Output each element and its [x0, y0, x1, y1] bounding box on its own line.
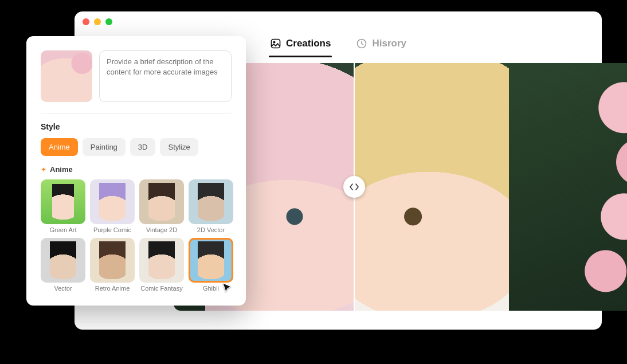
- style-thumb: [41, 238, 85, 283]
- history-icon: [356, 38, 367, 49]
- style-vector[interactable]: Vector: [41, 238, 85, 292]
- creations-icon: [270, 38, 281, 49]
- prompt-input[interactable]: [99, 50, 232, 102]
- minimize-window-button[interactable]: [94, 18, 101, 25]
- config-panel: Style Anime Painting 3D Stylize ✦ Anime …: [26, 36, 246, 306]
- style-grid: Green Art Purple Comic Vintage 2D 2D Vec…: [41, 179, 232, 292]
- style-category-tabs: Anime Painting 3D Stylize: [41, 138, 232, 156]
- style-purple-comic[interactable]: Purple Comic: [90, 179, 135, 233]
- sparkle-icon: ✦: [41, 166, 46, 174]
- style-label: Vintage 2D: [146, 226, 177, 233]
- style-subhead-label: Anime: [50, 165, 73, 174]
- flower-hairclip-icon: [400, 86, 421, 107]
- style-comic-fantasy[interactable]: Comic Fantasy: [139, 238, 184, 292]
- style-retro-anime[interactable]: Retro Anime: [90, 238, 135, 292]
- style-thumb: [139, 238, 184, 283]
- style-label: Vector: [54, 285, 72, 292]
- style-label: Green Art: [49, 226, 76, 233]
- style-label: Comic Fantasy: [140, 285, 182, 292]
- style-subhead: ✦ Anime: [41, 165, 232, 174]
- tab-creations-label: Creations: [286, 38, 331, 49]
- style-thumb: [189, 179, 233, 224]
- after-image: [354, 63, 627, 311]
- style-thumb: [189, 238, 233, 283]
- style-thumb: [90, 238, 135, 283]
- source-image-thumbnail[interactable]: [41, 50, 92, 102]
- style-label: Ghibli: [203, 285, 219, 292]
- tab-creations[interactable]: Creations: [269, 33, 332, 57]
- svg-rect-0: [272, 40, 280, 48]
- style-label: 2D Vector: [197, 226, 225, 233]
- chevron-left-icon: [349, 183, 354, 190]
- tab-history-label: Hisrory: [372, 38, 406, 49]
- style-vintage-2d[interactable]: Vintage 2D: [139, 179, 184, 233]
- chip-anime[interactable]: Anime: [41, 138, 78, 156]
- comparison-slider-handle[interactable]: [343, 176, 365, 198]
- style-2d-vector[interactable]: 2D Vector: [189, 179, 233, 233]
- chip-stylize[interactable]: Stylize: [160, 138, 198, 156]
- style-thumb: [139, 179, 184, 224]
- window-controls: [75, 11, 602, 30]
- section-divider: [41, 113, 232, 114]
- chip-painting[interactable]: Painting: [83, 138, 126, 156]
- style-ghibli[interactable]: Ghibli: [189, 238, 233, 292]
- svg-point-1: [273, 41, 275, 43]
- style-thumb: [41, 179, 85, 224]
- style-thumb: [90, 179, 135, 224]
- chip-3d[interactable]: 3D: [130, 138, 156, 156]
- chevron-right-icon: [355, 183, 359, 190]
- style-section-title: Style: [41, 122, 232, 131]
- maximize-window-button[interactable]: [105, 18, 112, 25]
- style-label: Retro Anime: [95, 285, 130, 292]
- style-label: Purple Comic: [93, 226, 131, 233]
- style-green-art[interactable]: Green Art: [41, 179, 85, 233]
- close-window-button[interactable]: [83, 18, 89, 25]
- tab-history[interactable]: Hisrory: [355, 33, 407, 57]
